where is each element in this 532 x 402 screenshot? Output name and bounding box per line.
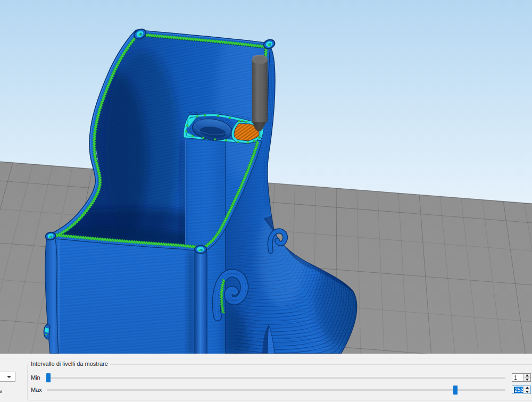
min-label: Min (31, 374, 40, 381)
slicer-window: s Intervallo di livelli da mostrare Min … (0, 0, 532, 402)
seam-dot (196, 115, 198, 118)
max-slider-thumb[interactable] (453, 386, 458, 395)
min-slider-track[interactable] (47, 377, 505, 379)
cut-off-label: s (0, 388, 2, 394)
seam-dot (192, 135, 194, 137)
seam-dot (217, 115, 219, 117)
max-spin-value[interactable]: 253 (512, 386, 523, 393)
max-label: Max (31, 387, 42, 393)
view-mode-combobox[interactable] (0, 372, 15, 382)
min-spin-buttons (523, 374, 530, 381)
seam-dot (245, 121, 247, 123)
layer-range-group-title: Intervallo di livelli da mostrare (29, 361, 110, 367)
seam-dot (253, 140, 255, 142)
seam-dot (241, 120, 243, 122)
seam-dot (225, 139, 227, 141)
max-slider-track[interactable] (47, 389, 505, 391)
layer-range-panel: s Intervallo di livelli da mostrare Min … (0, 354, 532, 402)
3d-viewport[interactable] (0, 0, 532, 354)
min-spin-value[interactable]: 1 (512, 374, 523, 381)
gcode-preview-canvas[interactable] (0, 0, 532, 354)
seam-dot (247, 141, 249, 144)
max-spin-down-button[interactable] (523, 390, 530, 394)
seam-dot (204, 114, 206, 116)
max-spin-buttons (523, 386, 530, 393)
gray-cylinder-object (252, 55, 268, 131)
max-spinbox[interactable]: 253 (512, 386, 531, 394)
seam-dot (238, 120, 240, 122)
seam-dot (237, 141, 239, 143)
panel-separator (0, 358, 532, 358)
min-slider-thumb[interactable] (46, 373, 51, 382)
min-spinbox[interactable]: 1 (512, 373, 531, 382)
seam-dot (186, 124, 188, 127)
min-spin-down-button[interactable] (523, 378, 530, 382)
seam-dot (258, 136, 260, 138)
layer-range-groupbox (27, 364, 532, 400)
wall-blob-tab (44, 324, 50, 339)
seam-dot (214, 138, 216, 140)
seam-dot (185, 130, 187, 132)
pillar-cap-knob (195, 246, 206, 254)
seam-dot (202, 137, 204, 139)
front-wall-end-pillar (195, 248, 207, 354)
max-spin-selected-text[interactable]: 253 (514, 387, 523, 393)
seam-dot (229, 117, 231, 119)
